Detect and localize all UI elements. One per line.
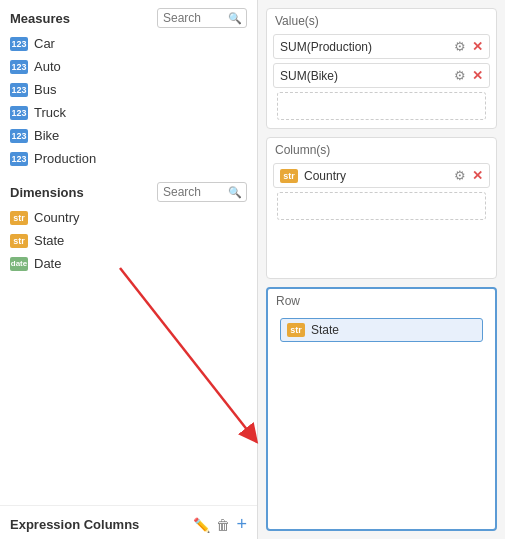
measures-header: Measures 🔍 (0, 0, 257, 32)
columns-empty-area (273, 224, 490, 274)
row-empty-area (274, 346, 489, 396)
drop-item-label: SUM(Production) (280, 40, 454, 54)
gear-icon[interactable]: ⚙ (454, 168, 466, 183)
item-label: Date (34, 256, 61, 271)
dimensions-search-input[interactable] (163, 185, 228, 199)
left-panel: Measures 🔍 123 Car 123 Auto 123 Bus 123 … (0, 0, 258, 539)
add-expression-button[interactable]: + (236, 514, 247, 535)
badge-date: date (10, 257, 28, 271)
badge-123: 123 (10, 152, 28, 166)
badge-123: 123 (10, 129, 28, 143)
measures-search-icon: 🔍 (228, 12, 242, 25)
close-icon[interactable]: ✕ (472, 39, 483, 54)
list-item[interactable]: 123 Bike (0, 124, 257, 147)
badge-123: 123 (10, 37, 28, 51)
columns-section: Column(s) str Country ⚙ ✕ (266, 137, 497, 279)
badge-123: 123 (10, 60, 28, 74)
row-drop-area[interactable]: str State (268, 310, 495, 400)
values-drop-area[interactable]: SUM(Production) ⚙ ✕ SUM(Bike) ⚙ ✕ (267, 30, 496, 128)
drop-item: SUM(Production) ⚙ ✕ (273, 34, 490, 59)
columns-drop-area[interactable]: str Country ⚙ ✕ (267, 159, 496, 278)
edit-icon[interactable]: ✏️ (193, 517, 210, 533)
gear-icon[interactable]: ⚙ (454, 68, 466, 83)
badge-str: str (287, 323, 305, 337)
dimensions-list: str Country str State date Date (0, 206, 257, 279)
list-item[interactable]: str State (0, 229, 257, 252)
drop-item-label: SUM(Bike) (280, 69, 454, 83)
item-label: Country (34, 210, 80, 225)
badge-str: str (10, 211, 28, 225)
item-label: State (34, 233, 64, 248)
expression-title: Expression Columns (10, 517, 187, 532)
drop-item: str Country ⚙ ✕ (273, 163, 490, 188)
values-label: Value(s) (267, 9, 496, 30)
badge-str: str (10, 234, 28, 248)
row-label: Row (268, 289, 495, 310)
drop-item-actions: ⚙ ✕ (454, 68, 483, 83)
columns-label: Column(s) (267, 138, 496, 159)
badge-123: 123 (10, 106, 28, 120)
measures-search-input[interactable] (163, 11, 228, 25)
drop-item-label: Country (304, 169, 454, 183)
list-item[interactable]: date Date (0, 252, 257, 275)
measures-list: 123 Car 123 Auto 123 Bus 123 Truck 123 B… (0, 32, 257, 174)
item-label: Auto (34, 59, 61, 74)
values-section: Value(s) SUM(Production) ⚙ ✕ SUM(Bike) ⚙… (266, 8, 497, 129)
item-label: Bike (34, 128, 59, 143)
drop-item-actions: ⚙ ✕ (454, 168, 483, 183)
dimensions-search-icon: 🔍 (228, 186, 242, 199)
list-item[interactable]: 123 Auto (0, 55, 257, 78)
drop-item-label: State (311, 323, 476, 337)
list-item[interactable]: str Country (0, 206, 257, 229)
list-item[interactable]: 123 Production (0, 147, 257, 170)
drop-item: SUM(Bike) ⚙ ✕ (273, 63, 490, 88)
list-item[interactable]: 123 Car (0, 32, 257, 55)
gear-icon[interactable]: ⚙ (454, 39, 466, 54)
right-panel: Value(s) SUM(Production) ⚙ ✕ SUM(Bike) ⚙… (258, 0, 505, 539)
row-section: Row str State (266, 287, 497, 531)
list-item[interactable]: 123 Bus (0, 78, 257, 101)
close-icon[interactable]: ✕ (472, 68, 483, 83)
measures-search-box[interactable]: 🔍 (157, 8, 247, 28)
expression-section: Expression Columns ✏️ 🗑 + (0, 505, 257, 539)
badge-str: str (280, 169, 298, 183)
columns-placeholder (277, 192, 486, 220)
item-label: Truck (34, 105, 66, 120)
measures-title: Measures (10, 11, 70, 26)
badge-123: 123 (10, 83, 28, 97)
dimensions-title: Dimensions (10, 185, 84, 200)
drop-item: str State (280, 318, 483, 342)
dimensions-search-box[interactable]: 🔍 (157, 182, 247, 202)
close-icon[interactable]: ✕ (472, 168, 483, 183)
list-item[interactable]: 123 Truck (0, 101, 257, 124)
item-label: Production (34, 151, 96, 166)
values-placeholder (277, 92, 486, 120)
delete-icon[interactable]: 🗑 (216, 517, 230, 533)
item-label: Bus (34, 82, 56, 97)
drop-item-actions: ⚙ ✕ (454, 39, 483, 54)
dimensions-header: Dimensions 🔍 (0, 174, 257, 206)
item-label: Car (34, 36, 55, 51)
